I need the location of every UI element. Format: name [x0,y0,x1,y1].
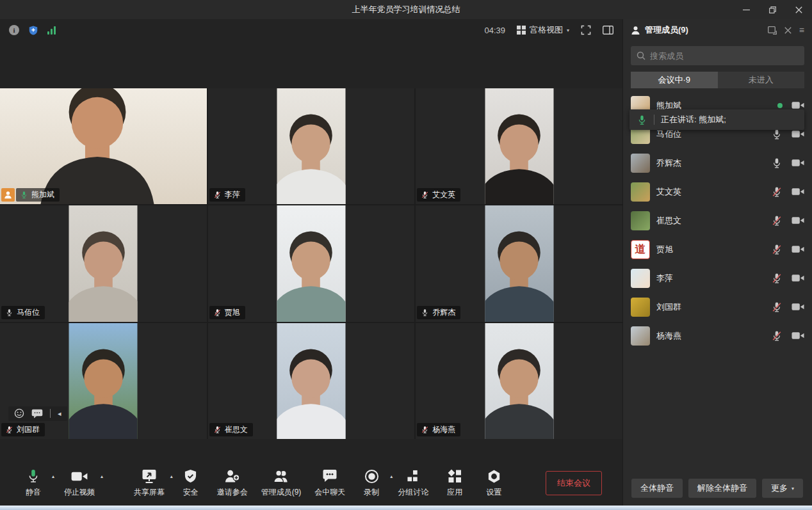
search-box[interactable] [631,46,804,65]
toolbar-item-label: 应用 [447,487,462,498]
unmute-all-button[interactable]: 解除全体静音 [688,479,756,498]
avatar [631,154,650,173]
panel-footer: 全体静音 解除全体静音 更多▾ [623,471,812,506]
video-tile[interactable]: 李萍 [208,88,415,204]
tab-in-meeting[interactable]: 会议中·9 [631,72,718,88]
video-tile[interactable]: 马佰位 [0,205,207,321]
member-row[interactable]: 艾文英 [623,177,812,206]
mic-muted-icon [213,426,222,434]
video-tile[interactable]: ◂ 刘国群 [0,323,207,439]
minimize-button[interactable] [733,0,759,19]
video-tile[interactable]: 艾文英 [416,88,622,204]
toolbar-item-chat[interactable]: 会中聊天 [314,468,345,498]
close-panel-icon[interactable] [784,27,792,34]
search-input[interactable] [650,51,799,61]
speaking-toast-text: 正在讲话: 熊加斌; [661,114,726,125]
participant-name-tag: 贾旭 [209,306,245,319]
person-silhouette [277,225,345,321]
member-name: 杨海燕 [656,330,765,342]
caret-up-icon[interactable]: ▴ [52,474,54,479]
toolbar-item-settings[interactable]: 设置 [481,468,507,498]
toolbar-item-breakout[interactable]: 分组讨论 [398,468,428,498]
view-mode-label: 宫格视图 [530,24,563,36]
member-row[interactable]: 道贾旭 [623,235,812,264]
grid-view-icon [517,26,526,35]
end-meeting-button[interactable]: 结束会议 [546,471,602,495]
meeting-topbar: i 04:39 宫格视图 ▾ [0,19,622,41]
video-tile[interactable]: 熊加斌 [0,88,207,204]
toolbar-item-mute[interactable]: ▴ 静音 [20,468,46,498]
participant-video [0,88,207,204]
member-row[interactable]: 杨海燕 [623,321,812,350]
mute-all-button[interactable]: 全体静音 [631,479,683,498]
record-icon [364,468,379,484]
apps-icon [448,468,462,484]
toolbar-item-invite[interactable]: 邀请参会 [217,468,248,498]
video-tile[interactable]: 贾旭 [208,205,415,321]
participant-name-tag: 崔思文 [209,423,253,436]
reaction-bar[interactable]: ◂ [8,406,67,421]
panel-toggle-button[interactable] [603,26,613,35]
video-tile[interactable]: 杨海燕 [416,323,622,439]
menu-icon[interactable]: ≡ [799,25,804,35]
popout-panel-icon[interactable] [768,26,777,35]
member-row[interactable]: 李萍 [623,264,812,292]
video-tile[interactable]: 乔辉杰 [416,205,622,321]
button-label: 全体静音 [640,482,674,494]
toolbar-item-apps[interactable]: 应用 [442,468,467,498]
camera-icon [792,274,804,282]
view-mode-button[interactable]: 宫格视图 ▾ [517,24,569,36]
participant-name-tag: 乔辉杰 [417,306,460,319]
caret-up-icon[interactable]: ▴ [101,474,103,479]
person-silhouette [485,108,553,204]
more-button[interactable]: 更多▾ [762,479,803,498]
mic-muted-icon [213,308,222,317]
avatar [631,269,650,288]
participant-video [277,205,345,321]
toolbar: ▴ 静音 ▴ 停止视频 ▴ 共享屏幕 安全 邀请参会 管理成员(9) 会中聊天 … [0,461,622,506]
member-row[interactable]: 乔辉杰 [623,148,812,177]
mic-icon [421,308,429,317]
camera-icon [792,101,804,109]
caret-up-icon[interactable]: ▴ [390,474,393,479]
avatar [631,326,650,346]
toolbar-item-security[interactable]: 安全 [178,468,204,498]
video-tile[interactable]: 崔思文 [208,323,415,439]
mic-active-icon [637,115,647,125]
panel-title: 管理成员(9) [645,24,688,36]
mic-muted-icon [771,186,783,198]
toolbar-item-label: 分组讨论 [398,487,428,498]
emoji-icon[interactable] [14,408,24,418]
participant-name: 杨海燕 [432,424,455,435]
caret-up-icon[interactable]: ▴ [170,474,173,479]
meeting-area: i 04:39 宫格视图 ▾ [0,19,622,506]
fullscreen-button[interactable] [581,25,591,35]
meeting-info-icon[interactable]: i [9,25,19,35]
member-row[interactable]: 刘国群 [623,292,812,321]
camera-icon [792,130,804,138]
quick-chat-icon[interactable] [31,409,43,418]
shield-plus-icon[interactable] [28,25,38,36]
toolbar-item-members[interactable]: 管理成员(9) [261,468,302,498]
toolbar-item-stop-video[interactable]: ▴ 停止视频 [64,468,95,498]
mic-muted-icon [771,301,783,313]
video-grid: 熊加斌 李萍 [0,88,622,439]
toolbar-left-group: ▴ 静音 ▴ 停止视频 [20,468,95,498]
participant-name: 乔辉杰 [432,307,455,318]
close-button[interactable] [786,0,812,19]
toolbar-item-record[interactable]: ▴ 录制 [359,468,384,498]
mic-muted-icon [771,215,783,227]
camera-icon [792,187,804,196]
member-row[interactable]: 崔思文 [623,206,812,235]
camera-icon [792,159,804,167]
breakout-icon [407,468,420,484]
network-signal-icon[interactable] [47,26,56,35]
collapse-arrow-icon[interactable]: ◂ [58,410,61,417]
person-silhouette [277,343,345,439]
invite-icon [224,468,240,484]
toolbar-item-label: 共享屏幕 [134,487,165,498]
tab-not-joined[interactable]: 未进入 [718,72,805,88]
members-icon [273,468,289,484]
toolbar-item-share-screen[interactable]: ▴ 共享屏幕 [134,468,165,498]
maximize-button[interactable] [759,0,786,19]
